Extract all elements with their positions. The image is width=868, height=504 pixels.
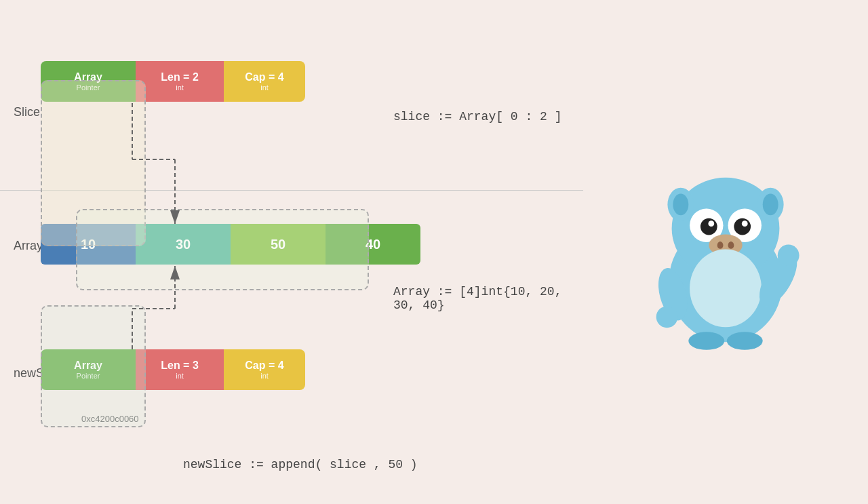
array-code: Array := [4]int{10, 20, 30, 40} [393, 285, 583, 312]
svg-point-16 [734, 218, 751, 235]
newslice-cap-sub: int [260, 372, 269, 380]
slice-code: slice := Array[ 0 : 2 ] [393, 110, 561, 123]
svg-point-20 [717, 241, 724, 249]
newslice-pointer-dashed-box [41, 305, 146, 427]
gopher-mascot [624, 151, 827, 354]
slice-label: Slice [14, 105, 40, 119]
main-container: 0xc4200c0040 Slice Array Pointer Len = 2… [0, 0, 868, 504]
left-section: 0xc4200c0040 Slice Array Pointer Len = 2… [0, 0, 583, 504]
array-dashed-box [76, 209, 369, 290]
slice-cap-sub: int [260, 83, 269, 92]
newslice-len-cell: Len = 3 int [136, 349, 224, 390]
newslice-len-sub: int [176, 372, 184, 380]
array-label: Array [14, 239, 43, 253]
svg-point-11 [673, 193, 688, 215]
slice-cap-main: Cap = 4 [245, 71, 283, 83]
newslice-len-main: Len = 3 [161, 360, 199, 372]
svg-point-21 [728, 241, 734, 249]
svg-point-18 [742, 220, 748, 227]
svg-point-24 [690, 249, 762, 327]
svg-point-17 [708, 220, 714, 227]
svg-point-12 [763, 193, 778, 215]
svg-point-28 [656, 306, 678, 328]
newslice-cap-main: Cap = 4 [245, 360, 283, 372]
slice-len-cell: Len = 2 int [136, 61, 224, 102]
newslice-code: newSlice := append( slice , 50 ) [183, 458, 418, 471]
svg-point-29 [688, 332, 724, 349]
svg-point-15 [701, 218, 717, 235]
newslice-cap-cell: Cap = 4 int [224, 349, 305, 390]
slice-cap-cell: Cap = 4 int [224, 61, 305, 102]
svg-point-27 [778, 244, 800, 266]
right-section [583, 0, 868, 504]
slice-len-sub: int [176, 83, 184, 92]
svg-point-30 [727, 332, 763, 349]
slice-len-main: Len = 2 [161, 71, 199, 83]
